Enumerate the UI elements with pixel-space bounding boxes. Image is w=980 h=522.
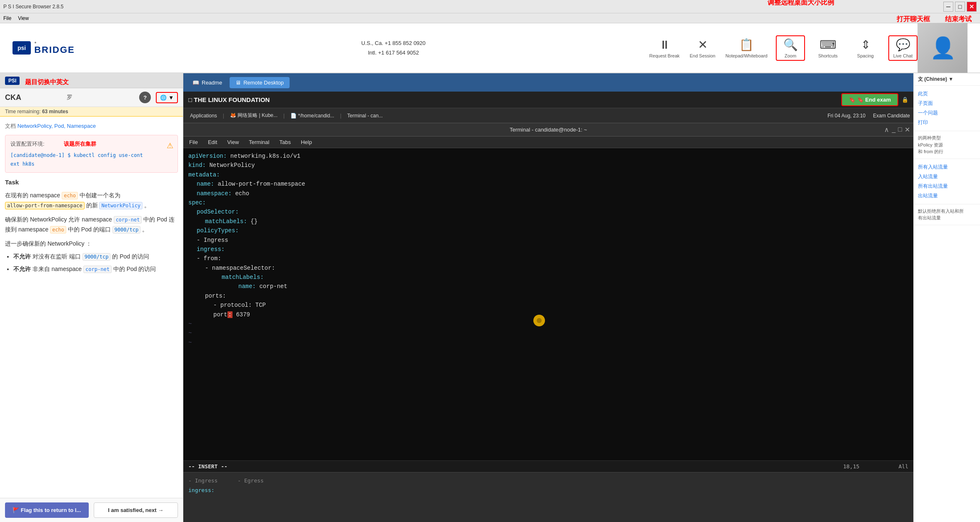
terminal-title: Terminal - candidate@node-1: ~ <box>510 127 587 133</box>
link-question[interactable]: 一个问题 <box>918 108 976 118</box>
datetime-display: Fri 04 Aug, 23:10 <box>828 113 865 119</box>
terminal-content[interactable]: apiVersion: networking.k8s.io/v1 kind: N… <box>183 148 913 460</box>
link-all-inbound[interactable]: 所有入站流量 <box>918 162 976 172</box>
language-selector[interactable]: 文 (Chinese) ▼ <box>914 73 980 86</box>
far-right-deny: 默认拒绝所有入站和所 有出站流量 <box>914 204 980 225</box>
exam-name: CKA <box>5 93 62 102</box>
candidate-name: 罗 <box>67 94 72 101</box>
terminal-line-12: - from: <box>188 254 908 263</box>
menu-file[interactable]: File <box>3 15 11 21</box>
link-all-outbound[interactable]: 所有出站流量 <box>918 181 976 191</box>
env-box: 该题所在集群 设置配置环境: [candidate@node-1] $ kube… <box>5 135 178 173</box>
link-this-page[interactable]: 此页 <box>918 89 976 99</box>
terminal-statusbar: -- INSERT -- 18,15 All <box>183 460 913 472</box>
terminal-max-icon[interactable]: □ <box>898 126 902 134</box>
question-area: 文档 NetworkPolicy, Pod, Namespace 该题所在集群 … <box>0 117 183 498</box>
app-title: P S I Secure Browser 2.8.5 <box>3 4 977 10</box>
maximize-button[interactable]: □ <box>955 2 965 12</box>
minimize-button[interactable]: ─ <box>943 2 953 12</box>
terminal-min-icon[interactable]: _ <box>892 126 895 134</box>
terminal-line-1: apiVersion: networking.k8s.io/v1 <box>188 152 908 161</box>
terminal-menu: File Edit View Terminal Tabs Help <box>183 137 913 148</box>
tmenu-help[interactable]: Help <box>298 138 315 146</box>
spacing-button[interactable]: ⇕ Spacing <box>851 38 880 58</box>
tmenu-view[interactable]: View <box>225 138 241 146</box>
end-exam-button[interactable]: 🔖 🔖 End exam <box>841 93 898 106</box>
link-print[interactable]: 打印 <box>918 118 976 127</box>
psi-badge: PSI <box>5 77 20 85</box>
far-right-links: 此页 子页面 一个问题 打印 <box>914 86 980 131</box>
cursor-position: 18,15 All <box>843 463 908 470</box>
tmenu-terminal[interactable]: Terminal <box>246 138 272 146</box>
tab-remote-desktop[interactable]: 🖥 Remote Desktop <box>230 77 290 88</box>
tmenu-file[interactable]: File <box>187 138 200 146</box>
terminal-close-icon[interactable]: ✕ <box>905 126 910 134</box>
firefox-item[interactable]: 🦊 网络策略 | Kube... <box>227 110 281 121</box>
menu-view[interactable]: View <box>18 15 29 21</box>
terminal-line-13: - namespaceSelector: <box>188 263 908 273</box>
x-circle-icon: ✕ <box>698 38 708 52</box>
link-inbound[interactable]: 入站流量 <box>918 172 976 181</box>
terminal-line-16: ports: <box>188 291 908 301</box>
right-tabs: 📖 Readme 🖥 Remote Desktop <box>183 73 913 92</box>
far-right-types: 的两种类型 kPolicy 资源 和 from 的行 <box>914 131 980 159</box>
phone-intl: Intl. +1 617 564 9052 <box>138 48 649 57</box>
flag-button[interactable]: 🚩 Flag this to return to l... <box>5 502 89 518</box>
tab-readme[interactable]: 📖 Readme <box>187 77 228 88</box>
terminal-line-14: matchLabels: <box>188 273 908 282</box>
tmenu-edit[interactable]: Edit <box>205 138 220 146</box>
insert-mode: -- INSERT -- <box>188 463 843 470</box>
terminal-container: Terminal - candidate@node-1: ~ ∧ _ □ ✕ F… <box>183 123 913 522</box>
terminal-line-5: namespace: echo <box>188 189 908 198</box>
next-button[interactable]: I am satisfied, next → <box>94 502 178 518</box>
port-ref2: 9000/tcp <box>82 253 111 261</box>
tmenu-tabs[interactable]: Tabs <box>277 138 293 146</box>
shortcuts-button[interactable]: ⌨ Shortcuts <box>813 38 842 58</box>
psi-logo: psi <box>12 41 31 55</box>
task-further: 进一步确保新的 NetworkPolicy ： <box>5 239 178 249</box>
left-panel: PSI 题目切换中英文 CKA 罗 ? 🌐 ▼ Time remaining: … <box>0 73 183 522</box>
editor-item[interactable]: 📄 */home/candid... <box>287 111 338 120</box>
language-button[interactable]: 🌐 ▼ <box>156 92 178 103</box>
zoom-button[interactable]: 🔍 Zoom <box>776 35 805 61</box>
menubar: File View <box>0 13 980 23</box>
live-chat-button[interactable]: 💬 Live Chat <box>888 35 918 61</box>
spacing-icon: ⇕ <box>861 38 870 52</box>
applications-menu[interactable]: Applications <box>187 111 220 120</box>
annotation-cluster: 该题所在集群 <box>64 139 96 149</box>
right-area: 📖 Readme 🖥 Remote Desktop □ THE LINUX FO… <box>183 73 913 522</box>
request-break-label: Request Break <box>649 53 680 58</box>
pause-icon: ⏸ <box>659 38 670 52</box>
notepad-button[interactable]: 📋 Notepad/Whiteboard <box>725 38 768 58</box>
close-button[interactable]: ✕ <box>967 2 977 12</box>
notepad-label: Notepad/Whiteboard <box>725 53 768 58</box>
annotation-switch-lang: 题目切换中英文 <box>25 78 69 86</box>
link-sub-page[interactable]: 子页面 <box>918 99 976 108</box>
task-ensure: 确保新的 NetworkPolicy 允许 namespace corp-net… <box>5 215 178 235</box>
terminal-line-15: name: corp-net <box>188 282 908 291</box>
cursor-inner <box>537 318 542 323</box>
request-break-button[interactable]: ⏸ Request Break <box>649 38 680 58</box>
terminal-line-10: - Ingress <box>188 236 908 245</box>
main-content: PSI 题目切换中英文 CKA 罗 ? 🌐 ▼ Time remaining: … <box>0 73 980 522</box>
timer-value: 63 minutes <box>42 109 68 114</box>
corp-net-ref2: corp-net <box>83 266 112 273</box>
notepad-icon: 📋 <box>739 38 754 52</box>
titlebar: P S I Secure Browser 2.8.5 ─ □ ✕ <box>0 0 980 13</box>
right-header: □ THE LINUX FOUNDATION 🔖 🔖 End exam 🔒 <box>183 92 913 108</box>
link-outbound[interactable]: 出站流量 <box>918 191 976 201</box>
types-text: 的两种类型 <box>918 134 976 142</box>
readme-icon: 📖 <box>192 80 199 86</box>
terminal-line-6: spec: <box>188 198 908 207</box>
help-button[interactable]: ? <box>139 92 151 103</box>
doc-links[interactable]: NetworkPolicy, Pod, Namespace <box>18 123 96 129</box>
terminal-line-9: policyTypes: <box>188 226 908 235</box>
terminal-line-3: metadata: <box>188 170 908 179</box>
terminal-item[interactable]: Terminal - can... <box>344 111 386 120</box>
end-session-button[interactable]: ✕ End Session <box>688 38 717 58</box>
zoom-icon: 🔍 <box>783 38 798 52</box>
far-right-traffic: 所有入站流量 入站流量 所有出站流量 出站流量 <box>914 159 980 204</box>
shortcuts-label: Shortcuts <box>818 53 838 58</box>
terminal-line-11: ingress: <box>188 245 908 254</box>
info-ingress-content: ingress: <box>188 485 908 495</box>
